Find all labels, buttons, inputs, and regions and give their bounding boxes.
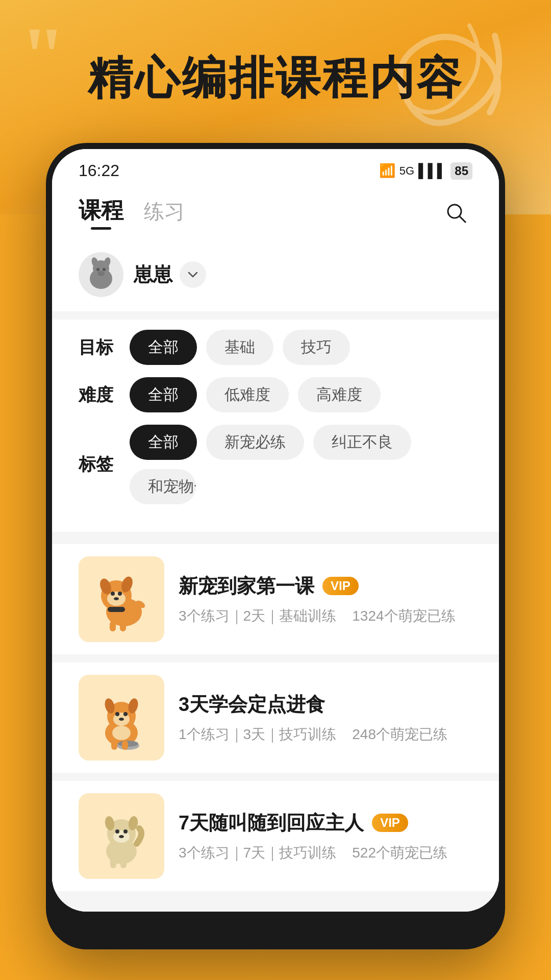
svg-point-15 [118,592,122,596]
pet-name-row: 崽崽 [134,261,206,288]
svg-point-8 [97,271,105,276]
course-item-3[interactable]: 7天随叫随到回应主人 VIP 3个练习｜7天｜技巧训练 522个萌宠已练 [52,781,499,891]
chevron-down-icon [186,267,200,282]
pet-name: 崽崽 [134,262,172,288]
course-item-2[interactable]: 3天学会定点进食 1个练习｜3天｜技巧训练 248个萌宠已练 [52,663,499,773]
course-thumbnail-2 [79,675,164,761]
difficulty-chips: 全部 低难度 高难度 [130,377,381,412]
nav-tabs: 课程 练习 [79,195,185,230]
goal-chips: 全部 基础 技巧 [130,330,350,365]
difficulty-chip-high[interactable]: 高难度 [298,377,381,412]
course-image-2 [83,679,160,756]
course-info-2: 3天学会定点进食 1个练习｜3天｜技巧训练 248个萌宠已练 [179,692,472,744]
svg-rect-19 [120,621,126,631]
battery-icon: 85 [450,162,472,180]
filter-section: 目标 全部 基础 技巧 难度 全部 低难度 高难度 标签 [52,320,499,532]
course-image-3 [83,798,160,874]
course-title-3: 7天随叫随到回应主人 [179,810,364,836]
search-icon [445,202,467,224]
course-title-1: 新宠到家第一课 [179,573,314,599]
course-info-1: 新宠到家第一课 VIP 3个练习｜2天｜基础训练 1324个萌宠已练 [179,573,472,626]
tag-filter-row: 标签 全部 新宠必练 纠正不良 和宠物一起 [79,425,472,504]
course-thumbnail-3 [79,793,164,879]
svg-point-27 [123,712,128,716]
course-list: 新宠到家第一课 VIP 3个练习｜2天｜基础训练 1324个萌宠已练 [52,532,499,912]
vip-badge-1: VIP [322,577,359,595]
course-meta-1: 3个练习｜2天｜基础训练 1324个萌宠已练 [179,606,472,626]
svg-point-7 [103,268,106,271]
phone-screen: 16:22 📶 5G ▌▌▌ 85 课程 练习 [52,149,499,912]
signal-icon: 5G [399,164,414,178]
difficulty-label: 难度 [79,383,119,407]
svg-point-41 [119,835,124,838]
tag-chip-all[interactable]: 全部 [130,425,197,460]
course-title-row-1: 新宠到家第一课 VIP [179,573,472,599]
svg-point-29 [112,726,131,740]
course-title-row-2: 3天学会定点进食 [179,692,472,718]
tab-course[interactable]: 课程 [79,195,123,230]
tag-chips: 全部 新宠必练 纠正不良 和宠物一起 [130,425,472,504]
difficulty-chip-low[interactable]: 低难度 [206,377,289,412]
wifi-icon: 📶 [379,163,395,179]
tag-chip-newpet[interactable]: 新宠必练 [206,425,304,460]
course-title-2: 3天学会定点进食 [179,692,325,718]
svg-rect-42 [110,858,116,868]
svg-rect-33 [122,741,128,750]
course-info-3: 7天随叫随到回应主人 VIP 3个练习｜7天｜技巧训练 522个萌宠已练 [179,810,472,863]
goal-chip-basic[interactable]: 基础 [206,330,273,365]
course-title-row-3: 7天随叫随到回应主人 VIP [179,810,472,836]
svg-point-39 [115,829,119,834]
status-bar: 16:22 📶 5G ▌▌▌ 85 [52,149,499,185]
status-icons: 📶 5G ▌▌▌ 85 [379,162,472,180]
hero-title: 精心编排课程内容 [0,51,551,105]
header-nav: 课程 练习 [52,185,499,238]
goal-label: 目标 [79,336,119,359]
svg-point-0 [448,205,461,218]
svg-rect-32 [111,741,117,750]
svg-rect-17 [108,607,125,612]
svg-point-14 [111,592,115,596]
svg-point-6 [96,268,99,271]
course-item[interactable]: 新宠到家第一课 VIP 3个练习｜2天｜基础训练 1324个萌宠已练 [52,544,499,654]
course-thumbnail-1 [79,556,164,642]
svg-point-26 [115,712,119,716]
signal-bars: ▌▌▌ [418,163,446,179]
svg-line-1 [460,216,466,223]
svg-rect-18 [110,621,116,631]
dropdown-button[interactable] [180,261,206,288]
course-image-1 [83,561,160,638]
goal-chip-skill[interactable]: 技巧 [283,330,350,365]
svg-point-40 [123,829,128,834]
tag-label: 标签 [79,453,119,476]
pet-selector[interactable]: 崽崽 [52,238,499,311]
tag-chip-correct[interactable]: 纠正不良 [313,425,411,460]
pet-avatar [79,252,123,297]
difficulty-chip-all[interactable]: 全部 [130,377,197,412]
difficulty-filter-row: 难度 全部 低难度 高难度 [79,377,472,412]
svg-point-28 [119,718,124,721]
status-time: 16:22 [79,161,119,180]
goal-chip-all[interactable]: 全部 [130,330,197,365]
tab-practice[interactable]: 练习 [144,198,185,230]
search-button[interactable] [440,197,472,229]
tag-chip-together[interactable]: 和宠物一起 [130,469,196,504]
phone-frame: 16:22 📶 5G ▌▌▌ 85 课程 练习 [46,143,505,949]
svg-rect-43 [120,858,127,868]
svg-point-16 [114,597,119,600]
vip-badge-3: VIP [372,814,408,832]
goal-filter-row: 目标 全部 基础 技巧 [79,330,472,365]
course-meta-3: 3个练习｜7天｜技巧训练 522个萌宠已练 [179,843,472,863]
course-meta-2: 1个练习｜3天｜技巧训练 248个萌宠已练 [179,725,472,744]
pet-avatar-image [81,254,121,295]
